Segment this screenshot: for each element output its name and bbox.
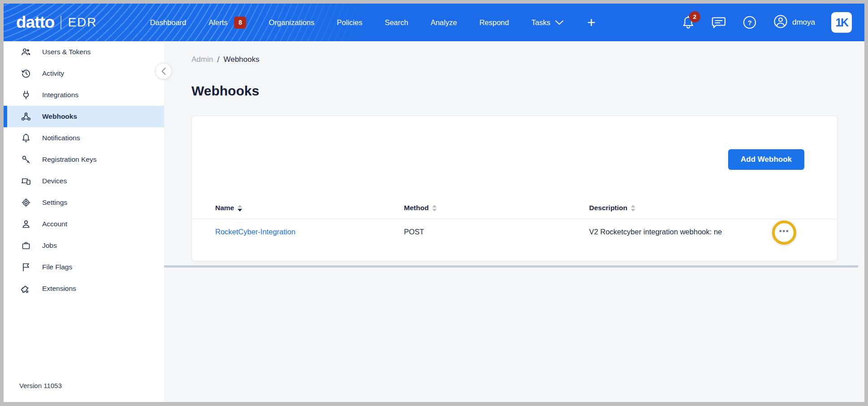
sidebar-item-label: Extensions [42, 285, 76, 293]
nav-dashboard[interactable]: Dashboard [150, 18, 187, 27]
webhooks-card: Add Webhook Name Method Description Rock… [191, 116, 838, 261]
notifications-bell-icon[interactable]: 2 [681, 15, 695, 30]
table-header-divider [192, 219, 837, 219]
user-menu[interactable]: dmoya [773, 14, 815, 31]
webhook-name-link[interactable]: RocketCyber-Integration [215, 228, 295, 236]
top-navigation-bar: datto EDR Dashboard Alerts 8 Organizatio… [4, 4, 864, 41]
topbar-right-cluster: 2 ? dmoya 1K [681, 12, 852, 33]
help-icon[interactable]: ? [742, 15, 757, 30]
plug-icon [21, 90, 31, 100]
user-avatar-icon [773, 14, 788, 31]
version-label: Version 11053 [19, 382, 62, 389]
svg-text:?: ? [747, 19, 751, 26]
row-actions-highlight-ring: ••• [772, 220, 796, 245]
app-window: datto EDR Dashboard Alerts 8 Organizatio… [4, 4, 864, 402]
nav-respond[interactable]: Respond [479, 18, 509, 27]
add-webhook-button[interactable]: Add Webhook [728, 149, 804, 170]
webhook-icon [21, 111, 31, 122]
sidebar-item-label: Users & Tokens [42, 48, 91, 56]
screenshot-frame: datto EDR Dashboard Alerts 8 Organizatio… [0, 0, 868, 406]
sidebar-item-webhooks[interactable]: Webhooks [4, 106, 164, 127]
nav-analyze[interactable]: Analyze [430, 18, 457, 27]
sidebar-item-registration-keys[interactable]: Registration Keys [4, 149, 164, 170]
sidebar-item-devices[interactable]: Devices [4, 170, 164, 192]
sidebar-item-extensions[interactable]: Extensions [4, 278, 164, 299]
edr-product-label: EDR [68, 15, 97, 30]
gear-icon [21, 197, 31, 208]
flag-icon [21, 262, 31, 272]
nav-organizations-label: Organizations [269, 18, 314, 27]
main-content: Admin / Webhooks Webhooks Add Webhook Na… [164, 41, 864, 402]
add-icon[interactable]: + [587, 15, 595, 30]
username-label: dmoya [792, 18, 815, 27]
column-header-method[interactable]: Method [404, 204, 437, 212]
sidebar-item-account[interactable]: Account [4, 213, 164, 235]
chevron-down-icon [555, 18, 564, 27]
puzzle-icon [21, 283, 31, 294]
nav-tasks[interactable]: Tasks [531, 18, 564, 27]
primary-nav: Dashboard Alerts 8 Organizations Policie… [150, 17, 564, 29]
sidebar-item-label: Webhooks [42, 112, 77, 121]
admin-sidebar: Users & Tokens Activity Integrations Web… [4, 41, 164, 402]
history-icon [21, 68, 31, 79]
nav-search-label: Search [385, 18, 408, 27]
sidebar-item-label: Activity [42, 69, 64, 78]
column-header-description[interactable]: Description [589, 204, 635, 212]
sidebar-item-label: Integrations [42, 91, 78, 99]
sidebar-item-label: Notifications [42, 134, 80, 142]
nav-policies[interactable]: Policies [337, 18, 362, 27]
datto-edr-logo[interactable]: datto EDR [16, 13, 97, 32]
breadcrumb: Admin / Webhooks [191, 55, 259, 65]
briefcase-icon [21, 240, 31, 251]
column-header-name[interactable]: Name [215, 204, 242, 212]
sidebar-item-label: Account [42, 220, 67, 228]
datto-wordmark: datto [16, 13, 54, 32]
nav-organizations[interactable]: Organizations [269, 18, 314, 27]
sidebar-item-users-tokens[interactable]: Users & Tokens [4, 41, 164, 63]
users-icon [21, 47, 31, 57]
nav-search[interactable]: Search [385, 18, 408, 27]
sort-icon [432, 205, 437, 212]
messages-icon[interactable] [711, 15, 726, 30]
bell-icon [21, 133, 31, 143]
page-body: Users & Tokens Activity Integrations Web… [4, 41, 864, 402]
sort-icon [631, 205, 635, 212]
nav-policies-label: Policies [337, 18, 362, 27]
nav-alerts-label: Alerts [208, 18, 227, 27]
sidebar-item-notifications[interactable]: Notifications [4, 127, 164, 149]
person-icon [21, 219, 31, 229]
sidebar-item-integrations[interactable]: Integrations [4, 84, 164, 106]
nav-respond-label: Respond [479, 18, 509, 27]
devices-icon [21, 176, 31, 186]
row-actions-menu-icon[interactable]: ••• [779, 227, 789, 238]
sidebar-item-settings[interactable]: Settings [4, 192, 164, 213]
alerts-count-badge: 8 [234, 17, 246, 29]
notifications-count-badge: 2 [689, 11, 700, 22]
breadcrumb-separator: / [217, 55, 219, 65]
page-title: Webhooks [191, 83, 259, 99]
webhook-method-value: POST [404, 228, 424, 236]
nav-alerts[interactable]: Alerts 8 [208, 17, 246, 29]
sidebar-item-label: Settings [42, 199, 67, 207]
sidebar-item-activity[interactable]: Activity [4, 63, 164, 84]
column-header-name-label: Name [215, 204, 234, 212]
column-header-description-label: Description [589, 204, 627, 212]
kaseya-logo[interactable]: 1K [831, 12, 852, 33]
column-header-method-label: Method [404, 204, 429, 212]
nav-tasks-label: Tasks [531, 18, 550, 27]
sidebar-item-label: Jobs [42, 242, 57, 250]
key-icon [21, 154, 31, 165]
sidebar-item-label: File Flags [42, 263, 72, 271]
brand-divider [61, 16, 61, 29]
sidebar-item-file-flags[interactable]: File Flags [4, 256, 164, 278]
webhook-description-value: V2 Rocketcyber integration webhook: ne [589, 228, 722, 236]
sidebar-item-label: Registration Keys [42, 155, 96, 164]
sidebar-item-label: Devices [42, 177, 67, 185]
sidebar-item-jobs[interactable]: Jobs [4, 235, 164, 256]
breadcrumb-current: Webhooks [223, 55, 259, 64]
nav-analyze-label: Analyze [430, 18, 457, 27]
sort-icon [238, 205, 242, 212]
sidebar-collapse-button[interactable] [155, 63, 172, 79]
breadcrumb-admin-link[interactable]: Admin [191, 55, 213, 64]
content-section-divider [164, 265, 858, 268]
